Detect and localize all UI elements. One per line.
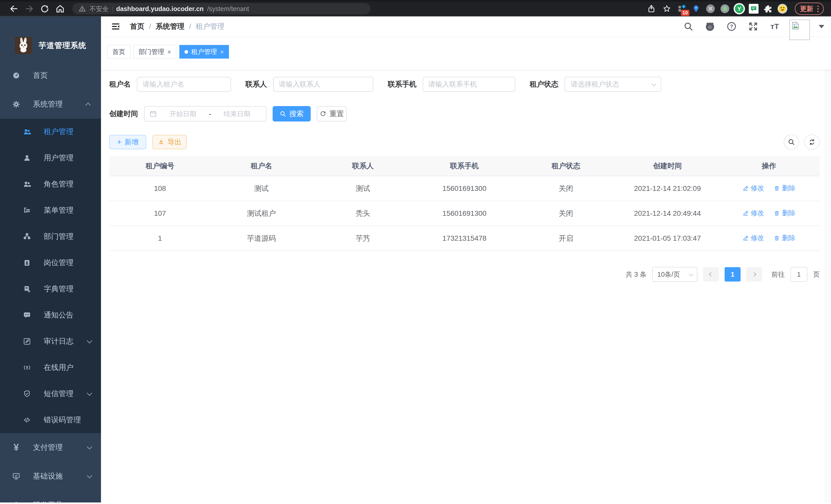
goto-page-input[interactable] [791,267,807,282]
prev-page-button[interactable] [703,267,719,281]
contact-input[interactable] [273,77,373,92]
sidebar-item-notice[interactable]: 通知公告 [0,302,101,328]
page-unit-label: 页 [813,270,820,279]
contact-label: 联系人 [246,79,267,89]
sidebar-menu: 首页 系统管理 租户管理 [0,61,101,502]
close-icon[interactable]: × [220,49,224,55]
reset-button[interactable]: 重置 [317,106,347,121]
header-search-icon[interactable] [682,20,695,33]
search-icon [280,111,286,117]
status-badge: 关闭 [515,176,617,201]
chevron-down-icon [87,444,92,449]
sidebar-item-audit-log[interactable]: 审计日志 [0,328,101,355]
trash-icon [774,185,780,191]
status-badge: 关闭 [515,201,617,226]
next-page-button[interactable] [746,267,762,281]
bookmark-star-icon[interactable] [660,2,674,16]
home-icon[interactable] [53,2,67,16]
calendar-icon [149,110,157,118]
refresh-icon [320,111,326,117]
avatar-caret-icon[interactable] [819,25,824,28]
breadcrumb: 首页 / 系统管理 / 租户管理 [130,22,225,31]
delete-link[interactable]: 删除 [774,234,795,242]
active-dot [184,50,188,54]
infrastructure-icon [12,472,21,480]
breadcrumb-home[interactable]: 首页 [130,22,144,31]
sidebar-item-role[interactable]: 角色管理 [0,171,101,197]
add-button[interactable]: + 新增 [109,135,146,149]
fullscreen-icon[interactable] [746,20,760,33]
tag-tenant[interactable]: 租户管理 × [179,45,229,59]
help-icon[interactable]: ? [725,20,739,33]
page-1-button[interactable]: 1 [725,267,741,281]
sidebar-item-error-code[interactable]: 错误码管理 [0,407,101,433]
sidebar: 芋道管理系统 首页 系统管理 租 [0,17,101,502]
sidebar-item-payment[interactable]: ¥ 支付管理 [0,433,101,462]
sidebar-item-dev-tools[interactable]: 研发工具 [0,491,101,502]
sidebar-item-sms[interactable]: 短信管理 [0,381,101,407]
create-time-range-picker[interactable]: 开始日期 - 结束日期 [144,106,266,121]
sidebar-item-menu-mgmt[interactable]: 菜单管理 [0,197,101,224]
sidebar-item-online-user[interactable]: 在线用户 [0,355,101,381]
mobile-input[interactable] [423,77,515,92]
tag-home[interactable]: 首页 [107,45,130,59]
refresh-table-button[interactable] [804,135,820,150]
sidebar-item-dept[interactable]: 部门管理 [0,224,101,250]
close-icon[interactable]: × [167,49,171,55]
page-size-select[interactable]: 10条/页 [652,267,697,282]
sidebar-item-dict[interactable]: 字典管理 [0,276,101,302]
sidebar-collapse-icon[interactable] [108,19,123,34]
col-mobile: 联系手机 [414,156,515,176]
font-size-icon[interactable]: тT [768,20,782,33]
pagination: 共 3 条 10条/页 1 前往 页 [109,267,820,282]
search-button[interactable]: 搜索 [273,106,311,121]
trash-icon [774,210,780,216]
delete-link[interactable]: 删除 [774,209,795,217]
reload-icon[interactable] [38,2,51,16]
edit-link[interactable]: 修改 [743,209,764,217]
address-bar[interactable]: 不安全 dashboard.yudao.iocoder.cn/system/te… [73,3,371,14]
edit-link[interactable]: 修改 [743,184,764,192]
tenant-name-input[interactable] [137,77,231,92]
filter-row-2: 创建时间 开始日期 - 结束日期 搜索 重置 [109,106,820,121]
show-search-toggle-button[interactable] [784,135,799,150]
col-status: 租户状态 [515,156,617,176]
plus-icon: + [117,138,121,146]
col-contact: 联系人 [312,156,414,176]
avatar[interactable] [790,20,810,40]
goto-label: 前往 [771,270,785,279]
back-icon[interactable] [7,2,21,16]
edit-link[interactable]: 修改 [743,234,764,242]
sidebar-item-tenant[interactable]: 租户管理 [0,119,101,145]
status-label: 租户状态 [529,79,558,89]
browser-menu-icon[interactable] [818,6,819,12]
sidebar-item-system[interactable]: 系统管理 [0,90,101,119]
create-time-label: 创建时间 [109,109,138,119]
tenant-users-icon [23,128,31,136]
announcement-icon [23,311,31,319]
delete-link[interactable]: 删除 [774,184,795,192]
app-logo[interactable]: 芋道管理系统 [0,17,101,54]
security-label: 不安全 [89,5,109,13]
date-start-placeholder: 开始日期 [159,110,207,118]
chevron-down-icon [689,271,693,276]
chevron-down-icon [87,502,92,502]
sidebar-item-infrastructure[interactable]: 基础设施 [0,462,101,491]
status-select[interactable]: 请选择租户状态 [565,77,661,92]
sidebar-item-user[interactable]: 用户管理 [0,145,101,171]
github-icon[interactable] [703,20,717,33]
error-code-icon [23,416,31,424]
forward-icon[interactable] [23,2,36,16]
share-icon[interactable] [645,2,658,16]
breadcrumb-system[interactable]: 系统管理 [156,22,184,31]
export-button[interactable]: 导出 [152,135,187,149]
mobile-label: 联系手机 [388,79,417,89]
tags-view: 首页 部门管理 × 租户管理 × [101,36,831,70]
scrollbar-track[interactable] [825,17,831,502]
sidebar-item-home[interactable]: 首页 [0,61,101,90]
tag-dept[interactable]: 部门管理 × [133,45,176,59]
broken-image-icon [791,21,800,30]
y-glyph: Y [738,6,741,12]
breadcrumb-current: 租户管理 [196,22,225,31]
sidebar-item-post[interactable]: 岗位管理 [0,250,101,276]
